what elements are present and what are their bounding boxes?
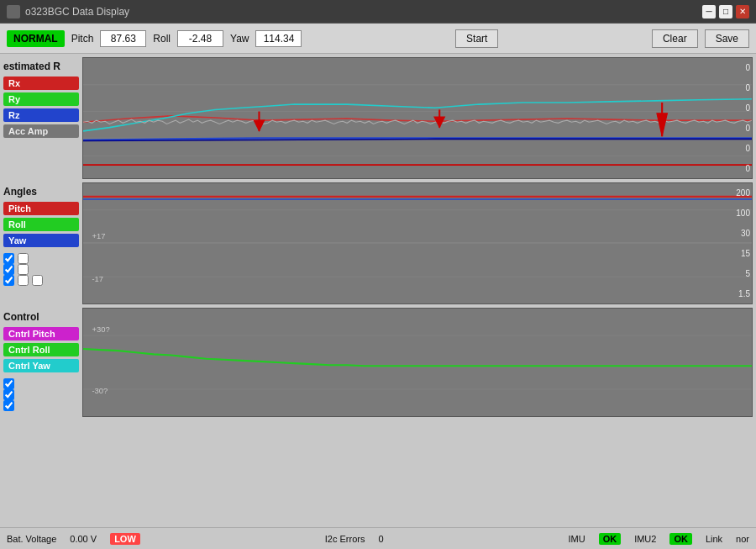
accamp-button[interactable]: Acc Amp [3,124,79,138]
control-chart: +30? -30? [82,308,753,417]
imu-status: OK [599,533,622,545]
toolbar: NORMAL Pitch 87.63 Roll -2.48 Yaw 114.34… [0,24,756,54]
main-content: NORMAL Pitch 87.63 Roll -2.48 Yaw 114.34… [0,24,756,549]
yaw-label: Yaw [230,33,249,45]
svg-text:-30?: -30? [92,386,108,395]
pitch-value[interactable]: 87.63 [100,30,146,47]
cntrl-pitch-checkbox[interactable] [3,378,14,389]
window-title: o323BGC Data Display [25,6,702,18]
estimated-chart: 0 0 0 0 0 0 [82,57,753,179]
control-labels: Control Cntrl Pitch Cntrl Roll Cntrl Yaw [3,308,79,417]
roll-label: Roll [153,33,171,45]
yaw-checkbox2[interactable] [18,275,29,286]
bat-voltage-label: Bat. Voltage [7,534,56,544]
roll-value[interactable]: -2.48 [177,30,223,47]
minimize-button[interactable]: ─ [702,5,716,18]
angles-chart: +17 -17 200 100 30 15 5 1.5 [82,182,753,304]
cntrl-roll-check [3,389,79,400]
status-bar: Bat. Voltage 0.00 V LOW I2c Errors 0 IMU… [0,527,756,549]
cntrl-yaw-button[interactable]: Cntrl Yaw [3,359,79,372]
yaw-value[interactable]: 114.34 [255,30,302,47]
roll-checkbox2[interactable] [18,264,29,275]
control-svg: +30? -30? [83,309,752,416]
yaw-checkbox3[interactable] [32,275,43,286]
angles-checkboxes [3,253,79,286]
yaw-checkbox-row [3,275,79,286]
title-bar: o323BGC Data Display ─ □ ✕ [0,0,756,24]
status-badge: NORMAL [7,30,65,47]
svg-rect-0 [83,58,752,178]
pitch-button[interactable]: Pitch [3,202,79,215]
link-value: nor [736,534,749,544]
cntrl-roll-checkbox[interactable] [3,389,14,400]
pitch-checkbox-row [3,253,79,264]
roll-checkbox[interactable] [3,264,14,275]
control-checkboxes [3,378,79,411]
close-button[interactable]: ✕ [736,5,749,18]
cntrl-pitch-check [3,378,79,389]
svg-text:+30?: +30? [92,325,109,334]
panels-area: estimated R Rx Ry Rz Acc Amp [0,54,756,527]
imu2-status: OK [669,533,692,545]
cntrl-roll-button[interactable]: Cntrl Roll [3,343,79,356]
app-icon [7,5,20,18]
cntrl-yaw-check [3,400,79,411]
roll-checkbox-row [3,264,79,275]
window-controls: ─ □ ✕ [702,5,749,18]
clear-button[interactable]: Clear [652,29,698,48]
svg-rect-20 [83,309,752,416]
bat-voltage-value: 0.00 V [70,534,97,544]
angles-labels: Angles Pitch Roll Yaw [3,182,79,304]
angles-scale: 200 100 30 15 5 1.5 [736,183,750,304]
start-button[interactable]: Start [455,29,498,48]
bat-status: LOW [110,533,140,545]
estimated-title: estimated R [3,61,79,72]
control-title: Control [3,311,79,323]
panel-control: Control Cntrl Pitch Cntrl Roll Cntrl Yaw [3,308,753,417]
pitch-checkbox[interactable] [3,253,14,264]
pitch-label: Pitch [71,33,94,45]
save-button[interactable]: Save [705,29,749,48]
estimated-svg [83,58,752,178]
maximize-button[interactable]: □ [719,5,732,18]
pitch-checkbox2[interactable] [18,253,29,264]
i2c-value: 0 [378,534,383,544]
i2c-label: I2c Errors [325,534,365,544]
cntrl-yaw-checkbox[interactable] [3,400,14,411]
svg-text:-17: -17 [92,273,103,282]
rx-button[interactable]: Rx [3,77,79,90]
imu-label: IMU [568,534,585,544]
svg-text:+17: +17 [92,231,105,240]
ry-button[interactable]: Ry [3,92,79,106]
roll-button[interactable]: Roll [3,218,79,231]
yaw-button[interactable]: Yaw [3,234,79,247]
yaw-checkbox[interactable] [3,275,14,286]
panel-angles: Angles Pitch Roll Yaw [3,182,753,304]
cntrl-pitch-button[interactable]: Cntrl Pitch [3,327,79,340]
angles-title: Angles [3,186,79,198]
estimated-labels: estimated R Rx Ry Rz Acc Amp [3,57,79,179]
panel-estimated: estimated R Rx Ry Rz Acc Amp [3,57,753,179]
rz-button[interactable]: Rz [3,108,79,122]
imu2-label: IMU2 [634,534,656,544]
link-label: Link [706,534,722,544]
angles-svg: +17 -17 [83,183,752,304]
svg-rect-12 [83,183,752,304]
